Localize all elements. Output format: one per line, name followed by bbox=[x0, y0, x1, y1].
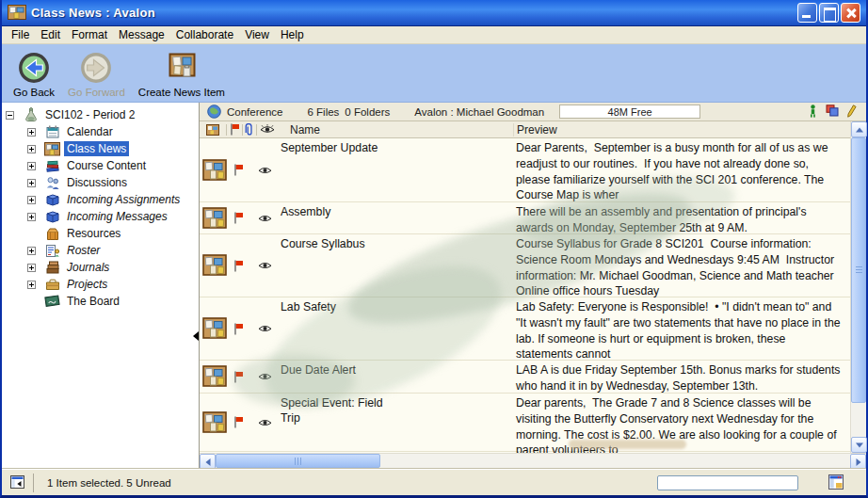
expand-plus-icon[interactable] bbox=[27, 264, 36, 272]
conference-label: Conference bbox=[227, 106, 282, 118]
chalkboard-icon bbox=[44, 294, 60, 309]
horizontal-scrollbar[interactable] bbox=[200, 453, 866, 469]
create-news-item-button[interactable]: Create News Item bbox=[135, 49, 229, 99]
menu-bar: File Edit Format Message Collaborate Vie… bbox=[2, 26, 866, 44]
sidebar-item-incoming-messages[interactable]: Incoming Messages bbox=[2, 208, 199, 225]
news-item-preview: Dear Parents, September is a busy month … bbox=[512, 138, 850, 203]
flag-icon bbox=[230, 260, 254, 272]
window-controls bbox=[797, 3, 860, 23]
news-item-row[interactable]: Course Syllabus Course Syllabus for Grad… bbox=[200, 234, 850, 297]
sidebar-item-resources[interactable]: Resources bbox=[2, 225, 199, 242]
news-item-row[interactable]: Assembly There will be an assembly and p… bbox=[200, 202, 850, 234]
vertical-scrollbar[interactable] bbox=[850, 121, 866, 453]
flag-icon bbox=[230, 212, 254, 224]
toolbox-icon bbox=[44, 277, 60, 292]
sidebar-item-label: Discussions bbox=[64, 175, 130, 190]
expand-plus-icon[interactable] bbox=[27, 162, 36, 170]
unread-column-icon[interactable] bbox=[257, 124, 278, 135]
sidebar-item-course-content[interactable]: Course Content bbox=[2, 157, 199, 174]
sidebar-item-calendar[interactable]: Calendar bbox=[2, 123, 199, 140]
unread-eye-icon bbox=[254, 214, 277, 223]
expand-plus-icon[interactable] bbox=[27, 179, 36, 187]
go-back-button[interactable]: Go Back bbox=[9, 49, 58, 99]
sidebar-item-journals[interactable]: Journals bbox=[2, 259, 199, 276]
sidebar-item-label: Journals bbox=[64, 260, 112, 275]
attachment-column-icon[interactable] bbox=[243, 123, 256, 137]
sidebar-item-projects[interactable]: Projects bbox=[2, 276, 199, 293]
maximize-button[interactable] bbox=[819, 3, 839, 23]
flag-icon bbox=[230, 371, 254, 383]
column-header-preview[interactable]: Preview bbox=[513, 123, 850, 137]
sidebar-collapse-arrow[interactable] bbox=[193, 331, 199, 341]
incoming-book-icon bbox=[44, 192, 60, 207]
flag-column-icon[interactable] bbox=[227, 123, 242, 136]
column-header-name[interactable]: Name bbox=[278, 123, 513, 137]
scroll-left-button[interactable] bbox=[200, 454, 216, 470]
menu-help[interactable]: Help bbox=[275, 27, 310, 42]
sidebar-item-sci102-period-2[interactable]: SCI102 - Period 2 bbox=[2, 106, 199, 123]
sidebar-item-label: Incoming Messages bbox=[64, 209, 170, 224]
news-item-preview: Dear parents, The Grade 7 and 8 Science … bbox=[512, 394, 850, 453]
unread-eye-icon bbox=[254, 372, 277, 381]
news-item-icon bbox=[200, 365, 230, 388]
sidebar-tree: SCI102 - Period 2 Calendar Class News Co… bbox=[2, 103, 200, 469]
go-back-label: Go Back bbox=[13, 87, 55, 98]
close-button[interactable] bbox=[841, 3, 860, 23]
news-item-row[interactable]: Special Event: Field Trip Dear parents, … bbox=[200, 394, 850, 452]
collapse-minus-icon[interactable] bbox=[6, 111, 14, 120]
news-item-icon bbox=[200, 159, 230, 182]
expand-plus-icon[interactable] bbox=[27, 196, 36, 204]
list-body: Name Preview September Update bbox=[200, 121, 866, 453]
pane-toggle-icon bbox=[10, 475, 25, 490]
folder-count: 0 Folders bbox=[345, 106, 390, 118]
file-count: 6 Files bbox=[307, 106, 339, 118]
window-title: Class News : Avalon bbox=[31, 6, 155, 20]
news-item-row[interactable]: September Update Dear Parents, September… bbox=[200, 138, 850, 202]
go-forward-button[interactable]: Go Forward bbox=[64, 49, 129, 99]
incoming-book-icon bbox=[44, 209, 60, 224]
free-space-text: 48M Free bbox=[608, 106, 652, 118]
pane-toggle[interactable] bbox=[2, 474, 34, 492]
overlapping-windows-icon[interactable] bbox=[826, 104, 839, 119]
menu-edit[interactable]: Edit bbox=[35, 27, 66, 42]
edit-pencil-icon[interactable] bbox=[847, 104, 857, 120]
vertical-scroll-track[interactable] bbox=[851, 403, 866, 437]
online-user-icon[interactable] bbox=[809, 104, 817, 120]
books-icon bbox=[44, 158, 60, 173]
menu-view[interactable]: View bbox=[239, 27, 275, 42]
vertical-scroll-thumb[interactable] bbox=[851, 137, 866, 403]
sidebar-item-discussions[interactable]: Discussions bbox=[2, 174, 199, 191]
news-item-row[interactable]: Lab Safety Lab Safety: Everyone is Respo… bbox=[200, 297, 850, 361]
menu-message[interactable]: Message bbox=[113, 27, 170, 42]
news-item-list: September Update Dear Parents, September… bbox=[200, 138, 850, 453]
sidebar-item-the-board[interactable]: The Board bbox=[2, 293, 199, 310]
scroll-up-button[interactable] bbox=[851, 121, 867, 137]
sidebar-item-label-selected: Class News bbox=[64, 141, 129, 156]
expand-plus-icon[interactable] bbox=[27, 128, 36, 137]
layout-view-icon[interactable] bbox=[828, 474, 844, 490]
menu-file[interactable]: File bbox=[6, 27, 35, 42]
horizontal-scroll-thumb[interactable] bbox=[216, 454, 380, 468]
sidebar-item-incoming-assignments[interactable]: Incoming Assignments bbox=[2, 191, 199, 208]
news-item-column-icon[interactable] bbox=[200, 124, 226, 136]
menu-format[interactable]: Format bbox=[66, 27, 113, 42]
minimize-button[interactable] bbox=[797, 3, 817, 23]
horizontal-scroll-track[interactable] bbox=[216, 454, 850, 469]
sidebar-item-roster[interactable]: Roster bbox=[2, 242, 199, 259]
main-area: SCI102 - Period 2 Calendar Class News Co… bbox=[2, 103, 866, 469]
unread-eye-icon bbox=[254, 166, 277, 175]
column-header-row: Name Preview bbox=[200, 121, 850, 138]
expand-plus-icon[interactable] bbox=[27, 213, 36, 221]
news-item-preview: Lab Safety: Everyone is Responsible! • "… bbox=[512, 297, 850, 362]
news-item-row[interactable]: Due Date Alert LAB A is due Friday Septe… bbox=[200, 361, 850, 394]
status-bar: 1 Item selected. 5 Unread bbox=[2, 469, 866, 495]
sidebar-item-label: SCI102 - Period 2 bbox=[42, 107, 137, 122]
menu-collaborate[interactable]: Collaborate bbox=[170, 27, 239, 42]
title-bar[interactable]: Class News : Avalon bbox=[2, 0, 866, 26]
sidebar-item-class-news[interactable]: Class News bbox=[2, 140, 199, 157]
expand-plus-icon[interactable] bbox=[27, 145, 36, 153]
expand-plus-icon[interactable] bbox=[27, 281, 36, 289]
expand-plus-icon[interactable] bbox=[27, 247, 36, 255]
scroll-down-button[interactable] bbox=[851, 437, 867, 453]
scroll-right-button[interactable] bbox=[850, 454, 866, 470]
